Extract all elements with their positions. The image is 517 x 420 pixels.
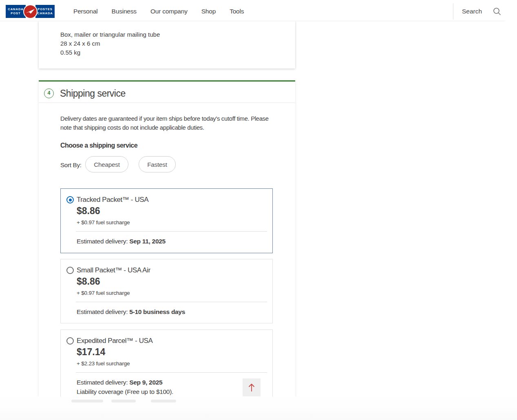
service-divider	[76, 231, 267, 232]
up-arrow-icon	[244, 380, 259, 395]
nav-business[interactable]: Business	[112, 8, 137, 15]
logo-wing-icon	[23, 4, 38, 19]
nav-personal[interactable]: Personal	[73, 8, 98, 15]
service-delivery: Estimated delivery: Sep 9, 2025	[77, 379, 162, 386]
radio-unselected-icon[interactable]	[66, 337, 74, 345]
nav-our-company[interactable]: Our company	[150, 8, 188, 15]
canada-post-logo[interactable]: CANADA POST POSTES CANADA	[6, 5, 55, 18]
package-summary-card: Box, mailer or triangular mailing tube 2…	[39, 21, 295, 69]
main-nav: Personal Business Our company Shop Tools	[73, 1, 244, 22]
header: CANADA POST POSTES CANADA Personal Busin…	[0, 0, 517, 21]
back-to-top-button[interactable]	[243, 378, 261, 396]
section-header: 4 Shipping service	[39, 82, 295, 103]
section-title: Shipping service	[60, 88, 126, 99]
logo-right-block: POSTES CANADA	[35, 5, 55, 18]
logo-text-canada: CANADA	[6, 7, 26, 11]
service-surcharge: + $0.97 fuel surcharge	[77, 219, 130, 225]
service-name: Tracked Packet™ - USA	[77, 196, 148, 204]
service-surcharge: + $0.97 fuel surcharge	[77, 290, 130, 296]
service-price: $8.86	[77, 276, 100, 287]
search-icon[interactable]	[493, 7, 502, 18]
service-option-tracked-packet[interactable]: Tracked Packet™ - USA $8.86 + $0.97 fuel…	[60, 188, 273, 253]
delivery-value: 5-10 business days	[129, 308, 185, 315]
package-weight: 0.55 kg	[60, 48, 160, 57]
blurred-text-remnant	[151, 400, 176, 402]
sort-fastest-button[interactable]: Fastest	[139, 156, 176, 172]
service-name: Expedited Parcel™ - USA	[77, 337, 152, 345]
service-price: $8.86	[77, 206, 100, 217]
delivery-label: Estimated delivery:	[77, 379, 129, 386]
section-description: Delivery dates are guaranteed if your it…	[60, 115, 272, 132]
header-divider	[453, 3, 453, 20]
logo-text-post: POST	[6, 11, 26, 15]
footer-blur-overlay	[0, 397, 517, 420]
delivery-label: Estimated delivery:	[77, 308, 129, 315]
delivery-value: Sep 9, 2025	[129, 379, 162, 386]
service-delivery: Estimated delivery: Sep 11, 2025	[77, 238, 166, 245]
service-option-small-packet[interactable]: Small Packet™ - USA Air $8.86 + $0.97 fu…	[60, 259, 273, 323]
service-divider	[76, 372, 267, 373]
logo-left-block: CANADA POST	[6, 5, 26, 18]
package-type: Box, mailer or triangular mailing tube	[60, 30, 160, 39]
service-divider	[76, 302, 267, 302]
service-name: Small Packet™ - USA Air	[77, 266, 150, 274]
choose-service-label: Choose a shipping service	[60, 142, 137, 149]
nav-shop[interactable]: Shop	[201, 8, 216, 15]
delivery-label: Estimated delivery:	[77, 238, 129, 245]
nav-tools[interactable]: Tools	[230, 8, 244, 15]
step-number-badge: 4	[44, 88, 54, 98]
search-label[interactable]: Search	[462, 8, 482, 15]
service-liability: Liability coverage (Free up to $100).	[77, 388, 173, 396]
shipping-service-section: 4 Shipping service Delivery dates are gu…	[39, 80, 295, 397]
sort-by-label: Sort By:	[60, 161, 82, 168]
header-bottom-border	[0, 21, 505, 21]
blurred-text-remnant	[111, 400, 136, 402]
page: CANADA POST POSTES CANADA Personal Busin…	[0, 0, 517, 420]
service-option-expedited-parcel[interactable]: Expedited Parcel™ - USA $17.14 + $2.23 f…	[60, 329, 273, 404]
radio-selected-icon[interactable]	[66, 196, 74, 203]
delivery-value: Sep 11, 2025	[129, 238, 166, 245]
sort-cheapest-button[interactable]: Cheapest	[85, 156, 128, 172]
service-price: $17.14	[77, 347, 105, 358]
logo-text-canada-fr: CANADA	[35, 11, 55, 15]
logo-text-postes: POSTES	[35, 7, 55, 11]
blurred-text-remnant	[71, 400, 103, 402]
service-surcharge: + $2.23 fuel surcharge	[77, 360, 130, 367]
radio-unselected-icon[interactable]	[66, 267, 74, 274]
package-dimensions: 28 x 24 x 6 cm	[60, 39, 160, 48]
service-delivery: Estimated delivery: 5-10 business days	[77, 308, 185, 316]
